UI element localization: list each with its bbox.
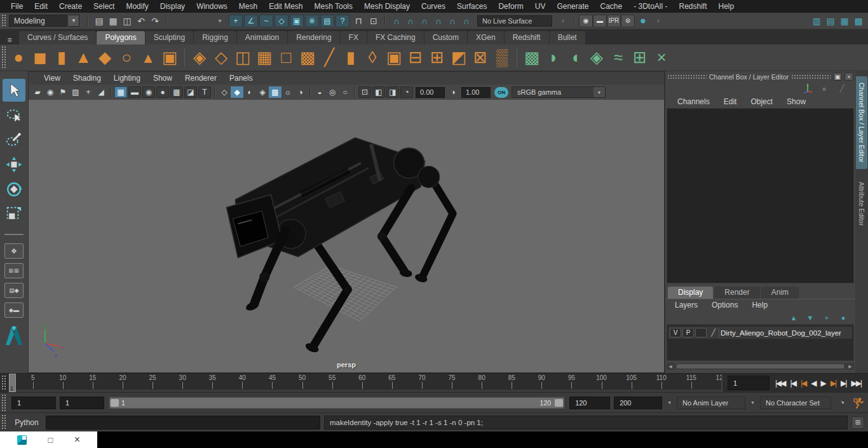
select-curves-icon[interactable]: ~ — [259, 15, 273, 27]
robot-dog-model[interactable] — [226, 138, 452, 354]
smooth-shade-icon[interactable]: ◆ — [231, 86, 243, 98]
fill-hole-icon[interactable]: ▦ — [254, 47, 275, 69]
select-surfaces-icon[interactable]: ◇ — [275, 15, 288, 27]
cut-sew-uv-icon[interactable]: × — [651, 47, 672, 69]
contour-stretch-icon[interactable]: ≈ — [607, 47, 629, 69]
duplicate-face-icon[interactable]: ◊ — [362, 47, 383, 69]
play-forwards-button[interactable]: ▶ — [818, 379, 827, 388]
poly-pipe-icon[interactable]: ▣ — [159, 47, 180, 69]
shadows-icon[interactable]: ◑ — [294, 86, 307, 98]
menu-curves[interactable]: Curves — [416, 0, 451, 13]
new-scene-icon[interactable]: ▤ — [92, 15, 106, 27]
script-editor-icon[interactable]: ⊞ — [851, 416, 864, 429]
range-end-handle[interactable] — [555, 399, 563, 407]
redo-icon[interactable]: ↷ — [148, 15, 162, 27]
sidebar-tool-settings-icon[interactable]: ▦ — [837, 15, 851, 27]
menu-create[interactable]: Create — [53, 0, 88, 13]
menu-deform[interactable]: Deform — [492, 0, 529, 13]
wireframe-on-shaded-icon[interactable]: ◈ — [256, 86, 269, 98]
range-start-handle[interactable] — [111, 399, 119, 407]
selection-mode-arrow-icon[interactable]: ▾ — [213, 15, 227, 27]
statusline-grip[interactable] — [1, 14, 6, 27]
color-transform-dropdown-arrow-icon[interactable]: ▼ — [593, 87, 605, 97]
pencil-slider-icon[interactable]: ╱ — [835, 82, 849, 95]
scroll-left-icon[interactable]: ◀ — [667, 363, 674, 370]
rotate-tool-button[interactable] — [3, 178, 25, 201]
menu-edit-mesh[interactable]: Edit Mesh — [263, 0, 308, 13]
save-scene-icon[interactable]: ◫ — [120, 15, 134, 27]
side-tab-channel-box-layer-editor[interactable]: Channel Box / Layer Editor — [856, 76, 867, 169]
gate-mask-icon[interactable]: ● — [156, 86, 169, 98]
contrast-icon[interactable]: ◑ — [447, 86, 459, 98]
shelf-tab-fx[interactable]: FX — [341, 31, 367, 44]
shelf-tab-sculpting[interactable]: Sculpting — [146, 31, 193, 44]
menu-set-dropdown-arrow-icon[interactable]: ▼ — [69, 15, 79, 27]
layer-visibility-toggle[interactable]: V — [670, 328, 681, 337]
character-set-dropdown[interactable]: No Character Set — [760, 397, 831, 409]
scroll-right-icon[interactable]: ▶ — [846, 363, 854, 370]
layout-persp-graph-button[interactable]: ◆▬ — [4, 302, 24, 318]
highlight-selection-icon[interactable]: ⊡ — [367, 15, 381, 27]
play-backwards-button[interactable]: ◀ — [809, 379, 817, 388]
snap-to-view-planes-icon[interactable]: ∩ — [445, 15, 459, 27]
live-surface-field[interactable]: No Live Surface — [477, 15, 552, 27]
panel-menu-lighting[interactable]: Lighting — [107, 74, 147, 83]
planar-mapping-icon[interactable]: ▩ — [521, 47, 543, 69]
viewport-canvas[interactable]: y x z persp — [29, 100, 664, 372]
channel-box-menu-object[interactable]: Object — [743, 97, 780, 106]
smooth-icon[interactable]: □ — [275, 47, 297, 69]
menu-surfaces[interactable]: Surfaces — [451, 0, 492, 13]
poly-pyramid-icon[interactable]: ▴ — [137, 47, 159, 69]
scrollbar-thumb[interactable] — [676, 364, 844, 369]
timeline-grip[interactable] — [1, 375, 6, 391]
panel-close-icon[interactable]: × — [844, 72, 853, 81]
close-icon[interactable]: × — [74, 434, 80, 445]
maximize-icon[interactable]: □ — [48, 435, 53, 445]
layer-color-swatch[interactable]: ╱ — [708, 328, 719, 337]
two-d-pan-zoom-icon[interactable]: + — [82, 86, 95, 98]
animation-preferences-icon[interactable] — [853, 397, 864, 409]
poly-plane-icon[interactable]: ◆ — [94, 47, 116, 69]
color-transform-dropdown[interactable]: sRGB gamma ▼ — [512, 86, 606, 98]
screen-space-ao-icon[interactable]: ◒ — [313, 86, 326, 98]
poly-cylinder-icon[interactable]: ▮ — [51, 47, 72, 69]
menu-3dtoall[interactable]: - 3DtoAll - — [628, 0, 673, 13]
menu-edit[interactable]: Edit — [29, 0, 53, 13]
reduce-icon[interactable]: ▩ — [297, 47, 318, 69]
layer-playback-toggle[interactable]: P — [682, 328, 694, 337]
menu-mesh[interactable]: Mesh — [233, 0, 263, 13]
section-expand2-icon[interactable]: › — [651, 15, 665, 27]
layer-name-label[interactable]: Dirty_Aliengo_Robot_Dog_002_layer — [721, 329, 841, 337]
shelf-tab-redshift[interactable]: Redshift — [505, 31, 549, 44]
snap-to-projected-center-icon[interactable]: ∩ — [431, 15, 445, 27]
step-forward-key-button[interactable]: ▶| — [829, 379, 837, 388]
shelf-options-icon[interactable]: ≡ — [0, 36, 19, 44]
snap-to-curves-icon[interactable]: ∩ — [403, 15, 417, 27]
separate-icon[interactable]: ◇ — [210, 47, 232, 69]
render-view-icon[interactable]: ◉ — [579, 15, 593, 27]
section-expand-icon[interactable]: › — [556, 15, 570, 27]
menu-mesh-display[interactable]: Mesh Display — [358, 0, 416, 13]
motion-blur-icon[interactable]: ◎ — [326, 86, 339, 98]
step-back-key-button[interactable]: |◀ — [799, 379, 808, 388]
layer-row[interactable]: V P ╱ Dirty_Aliengo_Robot_Dog_002_layer — [668, 327, 852, 339]
move-tool-button[interactable] — [3, 153, 25, 176]
command-result-field[interactable]: makeIdentity -apply true -t 1 -r 1 -s 1 … — [324, 416, 848, 430]
step-forward-frame-button[interactable]: ▶| — [839, 379, 848, 388]
open-scene-icon[interactable]: ▦ — [106, 15, 120, 27]
current-frame-field[interactable]: 1 — [728, 376, 770, 390]
sidebar-attribute-editor-icon[interactable]: ▤ — [824, 15, 837, 27]
auto-keyframe-toggle-icon[interactable]: ◔ — [835, 397, 849, 409]
insert-edge-loop-icon[interactable]: ⊞ — [426, 47, 448, 69]
resolution-gate-icon[interactable]: ◉ — [142, 86, 155, 98]
poly-cone-icon[interactable]: ▲ — [72, 47, 94, 69]
shelf-tab-polygons[interactable]: Polygons — [97, 31, 144, 44]
extrude-icon[interactable]: ▮ — [340, 47, 362, 69]
uv-editor-icon[interactable]: ⊞ — [629, 47, 651, 69]
xray-joints-icon[interactable]: ◨ — [386, 86, 399, 98]
go-to-end-button[interactable]: ▶▶| — [849, 379, 863, 388]
cylindrical-mapping-icon[interactable]: ◗ — [543, 47, 564, 69]
poly-cube-icon[interactable]: ◼ — [29, 47, 51, 69]
triangulate-icon[interactable]: ◩ — [448, 47, 470, 69]
range-preset-dropdown-arrow-icon[interactable]: ▼ — [667, 400, 672, 405]
